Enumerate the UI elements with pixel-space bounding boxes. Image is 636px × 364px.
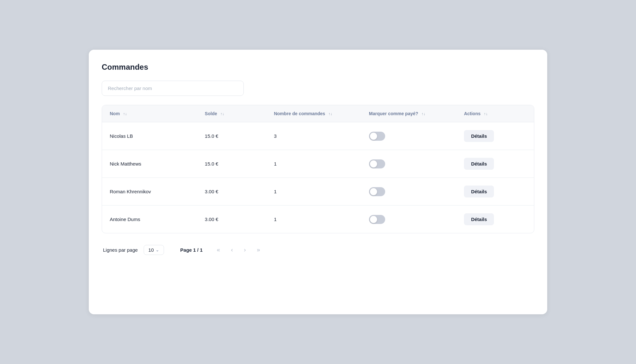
table-row: Roman Khrennikov 3.00 € 1 Détails — [102, 178, 534, 206]
prev-page-button[interactable]: ‹ — [229, 245, 236, 255]
cell-actions-3: Détails — [456, 206, 534, 233]
sort-icon-nom: ↑↓ — [123, 112, 127, 116]
per-page-select[interactable]: 10 ⌄ — [144, 245, 164, 255]
search-input[interactable] — [102, 81, 244, 96]
toggle-slider-3 — [369, 215, 385, 224]
page-title: Commandes — [102, 63, 534, 72]
details-button-2[interactable]: Détails — [464, 186, 494, 197]
col-header-nom[interactable]: Nom ↑↓ — [102, 105, 197, 122]
sort-icon-actions: ↑↓ — [484, 112, 487, 116]
toggle-paye-0[interactable] — [369, 132, 385, 141]
toggle-paye-1[interactable] — [369, 159, 385, 168]
chevron-down-icon: ⌄ — [156, 248, 159, 252]
pagination-row: Lignes par page 10 ⌄ Page 1 / 1 « ‹ › » — [102, 242, 534, 258]
sort-icon-solde: ↑↓ — [220, 112, 224, 116]
sort-icon-paye: ↑↓ — [421, 112, 425, 116]
col-header-solde[interactable]: Solde ↑↓ — [197, 105, 266, 122]
cell-paye-2 — [361, 178, 456, 206]
col-header-commandes[interactable]: Nombre de commandes ↑↓ — [266, 105, 361, 122]
cell-paye-1 — [361, 150, 456, 178]
details-button-1[interactable]: Détails — [464, 158, 494, 170]
details-button-3[interactable]: Détails — [464, 213, 494, 225]
toggle-slider-1 — [369, 159, 385, 168]
lignes-par-page-label: Lignes par page — [103, 247, 138, 253]
table-body: Nicolas LB 15.0 € 3 Détails Nick Matthew… — [102, 122, 534, 233]
table-row: Nick Matthews 15.0 € 1 Détails — [102, 150, 534, 178]
cell-nom-3: Antoine Dums — [102, 206, 197, 233]
cell-solde-2: 3.00 € — [197, 178, 266, 206]
per-page-value: 10 — [149, 247, 154, 253]
next-page-button[interactable]: › — [241, 245, 249, 255]
table-row: Nicolas LB 15.0 € 3 Détails — [102, 122, 534, 150]
main-card: Commandes Nom ↑↓ Solde ↑↓ Nombre de comm… — [89, 50, 547, 314]
table-row: Antoine Dums 3.00 € 1 Détails — [102, 206, 534, 233]
toggle-paye-3[interactable] — [369, 215, 385, 224]
cell-commandes-1: 1 — [266, 150, 361, 178]
toggle-paye-2[interactable] — [369, 187, 385, 196]
cell-commandes-2: 1 — [266, 178, 361, 206]
col-header-actions[interactable]: Actions ↑↓ — [456, 105, 534, 122]
cell-commandes-0: 3 — [266, 122, 361, 150]
details-button-0[interactable]: Détails — [464, 130, 494, 142]
cell-solde-0: 15.0 € — [197, 122, 266, 150]
cell-solde-3: 3.00 € — [197, 206, 266, 233]
table-wrapper: Nom ↑↓ Solde ↑↓ Nombre de commandes ↑↓ M… — [102, 105, 534, 233]
cell-actions-2: Détails — [456, 178, 534, 206]
cell-nom-0: Nicolas LB — [102, 122, 197, 150]
cell-actions-0: Détails — [456, 122, 534, 150]
toggle-slider-2 — [369, 187, 385, 196]
toggle-slider-0 — [369, 132, 385, 141]
cell-nom-1: Nick Matthews — [102, 150, 197, 178]
table-header: Nom ↑↓ Solde ↑↓ Nombre de commandes ↑↓ M… — [102, 105, 534, 122]
cell-nom-2: Roman Khrennikov — [102, 178, 197, 206]
first-page-button[interactable]: « — [214, 245, 223, 255]
page-info: Page 1 / 1 — [180, 247, 202, 253]
col-header-paye[interactable]: Marquer comme payé? ↑↓ — [361, 105, 456, 122]
last-page-button[interactable]: » — [254, 245, 263, 255]
sort-icon-commandes: ↑↓ — [328, 112, 332, 116]
search-container — [102, 81, 534, 96]
cell-solde-1: 15.0 € — [197, 150, 266, 178]
cell-paye-0 — [361, 122, 456, 150]
commandes-table: Nom ↑↓ Solde ↑↓ Nombre de commandes ↑↓ M… — [102, 105, 534, 233]
cell-actions-1: Détails — [456, 150, 534, 178]
cell-paye-3 — [361, 206, 456, 233]
cell-commandes-3: 1 — [266, 206, 361, 233]
